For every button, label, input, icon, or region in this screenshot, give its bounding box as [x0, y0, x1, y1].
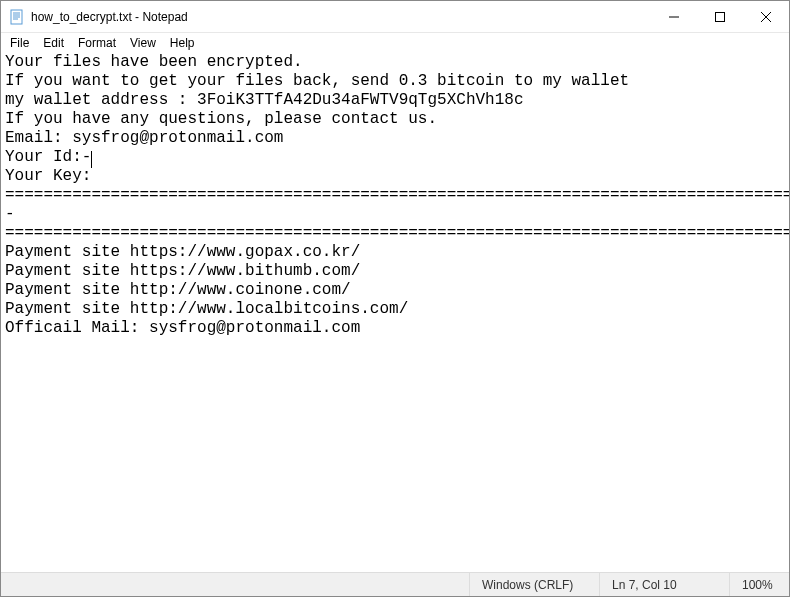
text-line: -: [5, 205, 785, 224]
text-caret: [91, 151, 92, 168]
titlebar: how_to_decrypt.txt - Notepad: [1, 1, 789, 33]
text-line: Email: sysfrog@protonmail.com: [5, 129, 785, 148]
text-content: Your Id:-: [5, 148, 91, 166]
status-position: Ln 7, Col 10: [599, 573, 729, 596]
menu-file[interactable]: File: [3, 35, 36, 51]
statusbar: Windows (CRLF) Ln 7, Col 10 100%: [1, 572, 789, 596]
text-line: If you have any questions, please contac…: [5, 110, 785, 129]
text-line: Payment site http://www.localbitcoins.co…: [5, 300, 785, 319]
notepad-icon: [9, 9, 25, 25]
text-line: Payment site https://www.bithumb.com/: [5, 262, 785, 281]
text-line: Officail Mail: sysfrog@protonmail.com: [5, 319, 785, 338]
text-line: Your Key:: [5, 167, 785, 186]
text-line: Payment site https://www.gopax.co.kr/: [5, 243, 785, 262]
text-line: ========================================…: [5, 186, 785, 205]
text-line: Your Id:-: [5, 148, 785, 167]
menu-help[interactable]: Help: [163, 35, 202, 51]
window-controls: [651, 1, 789, 32]
minimize-button[interactable]: [651, 1, 697, 33]
text-line: ========================================…: [5, 224, 785, 243]
status-encoding: Windows (CRLF): [469, 573, 599, 596]
status-zoom: 100%: [729, 573, 789, 596]
text-editor[interactable]: Your files have been encrypted.If you wa…: [1, 53, 789, 572]
text-line: Your files have been encrypted.: [5, 53, 785, 72]
menu-view[interactable]: View: [123, 35, 163, 51]
close-button[interactable]: [743, 1, 789, 33]
window-title: how_to_decrypt.txt - Notepad: [31, 10, 651, 24]
svg-rect-6: [716, 13, 725, 22]
text-line: If you want to get your files back, send…: [5, 72, 785, 91]
menu-edit[interactable]: Edit: [36, 35, 71, 51]
text-line: my wallet address : 3FoiK3TTfA42Du34aFWT…: [5, 91, 785, 110]
menu-format[interactable]: Format: [71, 35, 123, 51]
menubar: File Edit Format View Help: [1, 33, 789, 53]
maximize-button[interactable]: [697, 1, 743, 33]
text-line: Payment site http://www.coinone.com/: [5, 281, 785, 300]
